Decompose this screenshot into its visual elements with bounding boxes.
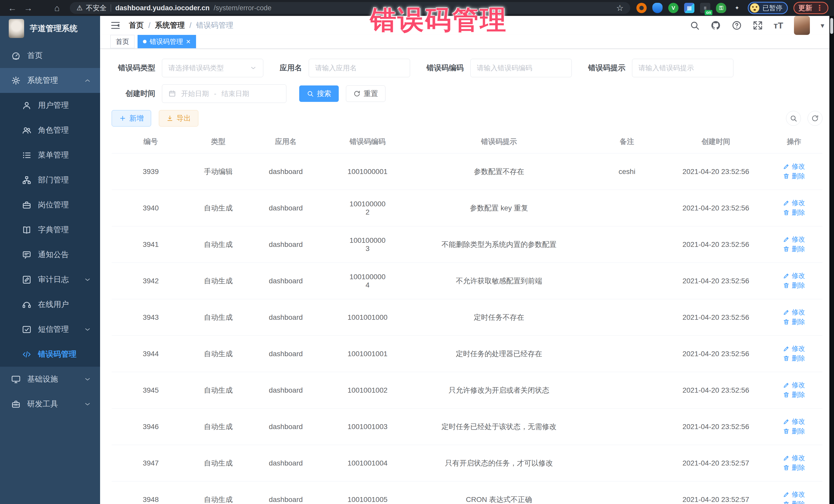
sidebar-item-notice[interactable]: 通知公告 [0,242,100,267]
extension-key-icon[interactable]: ⚿ [716,3,726,13]
edit-link[interactable]: 修改 [783,162,805,171]
sidebar-item-post[interactable]: 岗位管理 [0,193,100,217]
reset-button[interactable]: 重置 [346,85,386,102]
sidebar-item-menu[interactable]: 菜单管理 [0,143,100,168]
bookmark-star-icon[interactable]: ☆ [616,3,623,13]
app-logo[interactable]: 芋道管理系统 [0,16,100,41]
search-button[interactable]: 搜索 [299,85,339,102]
cell-code: 1001001004 [325,445,410,481]
github-icon[interactable] [710,20,721,30]
chevron-down-icon[interactable]: ▾ [821,21,824,30]
home-icon[interactable]: ⌂ [50,3,64,13]
tab-home[interactable]: 首页 [110,35,134,48]
delete-link[interactable]: 删除 [783,317,805,326]
trash-icon [783,464,790,471]
paused-extension-badge[interactable]: 已暂停 [748,2,788,14]
delete-link[interactable]: 删除 [783,172,805,181]
sidebar-item-dept[interactable]: 部门管理 [0,168,100,193]
export-button[interactable]: 导出 [159,110,198,127]
browser-menu-dots-icon[interactable]: ⋮ [816,6,824,10]
sidebar-item-error-code[interactable]: 错误码管理 [0,342,100,367]
extensions-puzzle-icon[interactable]: ✦ [732,3,742,13]
delete-link[interactable]: 删除 [783,354,805,363]
edit-link[interactable]: 修改 [783,271,805,280]
scrollbar-thumb[interactable] [830,18,833,34]
cell-app: dashboard [247,372,325,409]
page-content: 错误码类型 请选择错误码类型 应用名 错误码编码 [100,48,834,504]
cell-operations: 修改删除 [766,299,822,336]
sidebar-item-online-user[interactable]: 在线用户 [0,292,100,317]
chevron-down-icon [84,375,91,383]
vue-devtools-icon[interactable]: V [668,3,679,13]
fullscreen-icon[interactable] [753,20,763,30]
edit-link[interactable]: 修改 [783,417,805,426]
delete-link[interactable]: 删除 [783,463,805,472]
breadcrumb-system[interactable]: 系统管理 [155,20,185,30]
back-icon[interactable]: ← [6,3,19,13]
edit-link[interactable]: 修改 [783,454,805,462]
tab-error-code[interactable]: 错误码管理 × [137,35,196,48]
cell-app: dashboard [247,336,325,372]
edit-link[interactable]: 修改 [783,235,805,244]
reload-icon[interactable] [38,3,48,13]
cell-create-time: 2021-04-20 23:52:56 [666,372,766,409]
sidebar-item-role[interactable]: 角色管理 [0,118,100,143]
font-size-icon[interactable]: тT [774,21,783,30]
show-search-button[interactable] [786,111,801,126]
extension-grid-icon[interactable]: ▦ [684,3,695,13]
sidebar-item-sms[interactable]: 短信管理 [0,317,100,342]
edit-link[interactable]: 修改 [783,308,805,317]
delete-link[interactable]: 删除 [783,500,805,504]
hamburger-icon[interactable] [110,20,121,30]
close-icon[interactable]: × [186,38,191,45]
browser-update-button[interactable]: 更新 ⋮ [793,2,828,14]
cell-type: 自动生成 [190,372,247,409]
error-type-select[interactable]: 请选择错误码类型 [162,59,263,77]
sidebar: 芋道管理系统 首页系统管理用户管理角色管理菜单管理部门管理岗位管理字典管理通知公… [0,16,100,504]
window-scrollbar[interactable] [829,16,834,504]
date-range-picker[interactable]: 开始日期 - 结束日期 [162,84,286,103]
delete-link[interactable]: 删除 [783,390,805,399]
url-bar[interactable]: ⚠ 不安全 dashboard.yudao.iocoder.cn /system… [70,2,630,14]
add-button[interactable]: 新增 [112,110,151,127]
sidebar-item-dev-tools[interactable]: 研发工具 [0,392,100,416]
delete-link[interactable]: 删除 [783,427,805,436]
app-name-input[interactable] [315,64,404,72]
delete-link[interactable]: 删除 [783,208,805,217]
sidebar-item-system[interactable]: 系统管理 [0,68,100,93]
delete-link[interactable]: 删除 [783,245,805,254]
sidebar-item-home[interactable]: 首页 [0,43,100,68]
cell-operations: 修改删除 [766,445,822,481]
forward-icon[interactable]: → [22,3,35,13]
user-avatar[interactable] [794,16,810,35]
search-icon[interactable] [689,20,700,30]
error-code-field [470,59,572,77]
error-code-input[interactable] [477,64,565,72]
search-icon [790,114,797,122]
sidebar-item-infra[interactable]: 基础设施 [0,367,100,392]
edit-link[interactable]: 修改 [783,344,805,353]
edit-link-label: 修改 [792,417,805,426]
refresh-table-button[interactable] [808,111,822,126]
sidebar-item-dict[interactable]: 字典管理 [0,217,100,242]
breadcrumb-home[interactable]: 首页 [129,20,144,30]
cell-type: 自动生成 [190,409,247,445]
sidebar-item-user[interactable]: 用户管理 [0,93,100,118]
delete-link[interactable]: 删除 [783,281,805,290]
edit-link[interactable]: 修改 [783,380,805,390]
extension-pin-icon[interactable] [652,3,663,13]
sidebar-item-audit-log[interactable]: 审计日志 [0,267,100,292]
cell-create-time: 2021-04-20 23:52:56 [666,336,766,372]
extension-orange-icon[interactable] [636,3,647,13]
edit-link-label: 修改 [792,380,805,390]
edit-link[interactable]: 修改 [783,198,805,207]
app-name-label: 应用名 [280,63,302,73]
security-indicator[interactable]: ⚠ 不安全 [76,3,107,13]
sidebar-item-label: 部门管理 [38,175,91,185]
end-date-placeholder[interactable]: 结束日期 [221,89,249,98]
error-hint-input[interactable] [638,64,727,72]
help-icon[interactable] [731,20,742,30]
extension-list-icon[interactable]: ≣on [700,3,710,13]
start-date-placeholder[interactable]: 开始日期 [181,89,209,98]
edit-link[interactable]: 修改 [783,490,805,499]
